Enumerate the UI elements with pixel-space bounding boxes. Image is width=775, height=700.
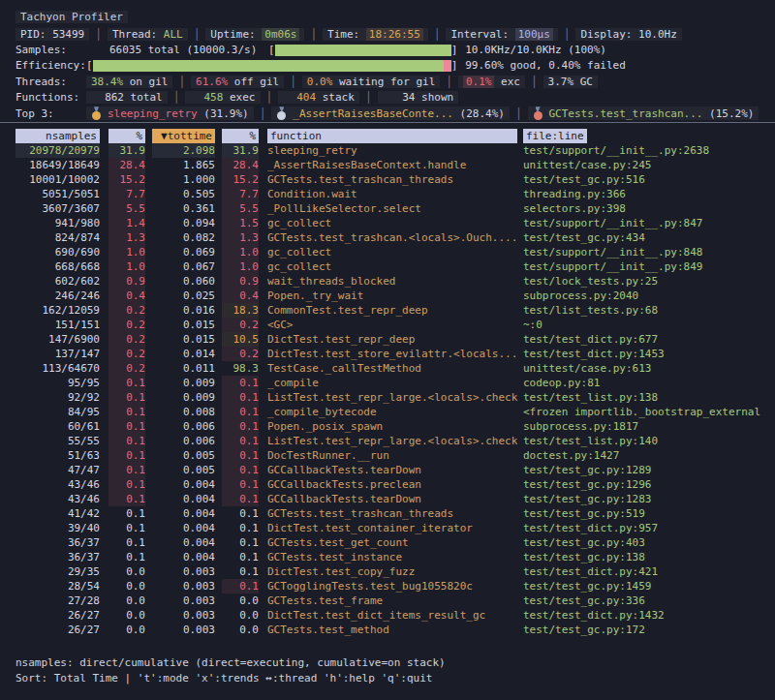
cell-pct-cumulative: 1.5 [222, 216, 259, 230]
cell-function: _compile_bytecode [267, 405, 517, 419]
table-row[interactable]: 43/460.10.0040.1GCCallbackTests.tearDown… [0, 492, 775, 506]
table-row[interactable]: 824/8741.30.0821.3GCTests.test_trashcan.… [0, 230, 775, 245]
samples-total: 66035 total (10000.3/s) [109, 44, 268, 56]
functions-line: Functions: 862 total│458 exec│404 stack│… [0, 90, 775, 106]
cell-tottime: 0.094 [152, 216, 215, 230]
cell-function: GCCallbackTests.preclean [267, 477, 517, 492]
table-row[interactable]: 26/270.00.0030.0GCTests.test_methodtest/… [0, 623, 775, 637]
column-header-function[interactable]: function [267, 129, 517, 143]
table-row[interactable]: 113/646700.20.01198.3TestCase._callTestM… [0, 361, 775, 376]
table-row[interactable]: 668/6681.00.0671.0gc_collecttest/support… [0, 259, 775, 274]
cell-nsamples: 27/28 [16, 593, 100, 608]
table-row[interactable]: 3607/36075.50.3615.5_PollLikeSelector.se… [0, 201, 775, 216]
gutter [0, 405, 16, 419]
table-row[interactable]: 47/470.10.0050.1GCCallbackTests.tearDown… [0, 463, 775, 477]
table-row[interactable]: 27/280.00.0030.0GCTests.test_frametest/t… [0, 593, 775, 608]
table-row[interactable]: 147/69000.20.01510.5DictTest.test_repr_d… [0, 332, 775, 347]
cell-function: DictTest.test_dict_items_result_gc [267, 608, 517, 623]
table-row[interactable]: 41/420.10.0040.1GCTests.test_trashcan_th… [0, 506, 775, 521]
column-header-nsamples[interactable]: nsamples [16, 129, 100, 143]
cell-file-line: codeop.py:81 [523, 376, 775, 390]
cell-file-line: unittest/case.py:245 [523, 158, 775, 172]
cell-nsamples: 60/61 [16, 419, 100, 434]
cell-pct-cumulative: 0.1 [222, 405, 259, 419]
cell-file-line: test/support/__init__.py:847 [523, 216, 775, 230]
thread-stat-value-segment: 38.4% on gil [86, 76, 172, 88]
samples-label: Samples: [16, 44, 86, 56]
threads-line: Threads: 38.4% on gil│61.6% off gil│0.0%… [0, 74, 775, 89]
functions-stats: 862 total│458 exec│404 stack│34 shown [86, 91, 458, 104]
column-header-pct-direct[interactable]: % [108, 129, 145, 143]
gutter [0, 289, 16, 303]
cell-file-line: test/test_dict.py:1432 [523, 608, 775, 623]
table-row[interactable]: 162/120590.20.01618.3CommonTest.test_rep… [0, 303, 775, 318]
cell-pct-direct: 28.4 [108, 158, 145, 172]
table-row[interactable]: 29/350.00.0030.1DictTest.test_copy_fuzzt… [0, 564, 775, 579]
cell-function: wait_threads_blocked [267, 274, 517, 289]
top3-percentage: (31.9%) [203, 107, 248, 120]
table-row[interactable]: 39/400.10.0040.1DictTest.test_container_… [0, 521, 775, 535]
samples-rate: 10.0KHz/10.0KHz (100%) [465, 44, 606, 56]
functions-label: Functions: [16, 91, 86, 104]
status-label: Thread: [112, 28, 164, 41]
cell-tottime: 2.098 [152, 143, 215, 158]
table-row[interactable]: 36/370.10.0040.1GCTests.test_get_countte… [0, 535, 775, 550]
column-header-pct-cumulative[interactable]: % [222, 129, 259, 143]
table-row[interactable]: 5051/50517.70.5057.7Condition.waitthread… [0, 187, 775, 201]
table-row[interactable]: 36/370.10.0040.1GCTests.test_instancetes… [0, 550, 775, 564]
cell-pct-cumulative: 15.2 [222, 172, 259, 187]
column-gap [215, 158, 222, 172]
column-gap [259, 492, 267, 506]
cell-nsamples: 137/147 [16, 347, 100, 361]
cell-pct-direct: 0.0 [108, 593, 145, 608]
table-row[interactable]: 84/950.10.0080.1_compile_bytecode<frozen… [0, 405, 775, 419]
column-gap [100, 187, 108, 201]
table-row[interactable]: 602/6020.90.0600.9wait_threads_blockedte… [0, 274, 775, 289]
efficiency-progress-bar [93, 60, 451, 72]
cell-pct-direct: 1.0 [108, 259, 145, 274]
status-segment: Time: 18:26:55 [323, 28, 428, 41]
table-row[interactable]: 92/920.10.0090.1ListTest.test_repr_large… [0, 390, 775, 405]
table-row[interactable]: 60/610.10.0060.1Popen._posix_spawnsubpro… [0, 419, 775, 434]
table-row[interactable]: 246/2460.40.0250.4Popen._try_waitsubproc… [0, 289, 775, 303]
cell-tottime: 0.009 [152, 376, 215, 390]
status-value: ALL [164, 28, 183, 41]
table-row[interactable]: 10001/1000215.21.00015.2GCTests.test_tra… [0, 172, 775, 187]
table-row[interactable]: 137/1470.20.0140.2DictTest.test_store_ev… [0, 347, 775, 361]
separator-pipe: │ [564, 28, 571, 41]
table-row[interactable]: 941/9801.40.0941.5gc_collecttest/support… [0, 216, 775, 230]
table-row[interactable]: 20978/2097931.92.09831.9sleeping_retryte… [0, 143, 775, 158]
column-gap [215, 216, 222, 230]
top3-line: Top 3: sleeping_retry (31.9%)│_AssertRai… [0, 106, 775, 121]
table-row[interactable]: 43/460.10.0040.1GCCallbackTests.preclean… [0, 477, 775, 492]
column-gap [145, 579, 152, 593]
column-gap [145, 506, 152, 521]
column-gap [100, 318, 108, 332]
table-row[interactable]: 28/540.00.0030.1GCTogglingTests.test_bug… [0, 579, 775, 593]
cell-tottime: 0.015 [152, 318, 215, 332]
column-gap [100, 129, 108, 143]
column-gap [145, 593, 152, 608]
table-row[interactable]: 95/950.10.0090.1_compilecodeop.py:81 [0, 376, 775, 390]
cell-function: DictTest.test_store_evilattr.<locals... [267, 347, 517, 361]
cell-file-line: test/test_dict.py:957 [523, 521, 775, 535]
cell-pct-cumulative: 0.1 [222, 535, 259, 550]
efficiency-failed-fill [444, 60, 451, 72]
cell-tottime: 0.003 [152, 593, 215, 608]
table-row[interactable]: 18649/1864928.41.86528.4_AssertRaisesBas… [0, 158, 775, 172]
table-row[interactable]: 55/550.10.0060.1ListTest.test_repr_large… [0, 434, 775, 448]
table-row[interactable]: 26/270.00.0030.0DictTest.test_dict_items… [0, 608, 775, 623]
table-row[interactable]: 151/1510.20.0150.2<GC>~:0 [0, 318, 775, 332]
table-row[interactable]: 51/630.10.0050.1DocTestRunner.__rundocte… [0, 448, 775, 463]
bracket-close: ] [451, 59, 458, 72]
status-segment: Uptime: 0m06s [205, 28, 304, 41]
column-header-tottime-sorted[interactable]: ▼tottime [152, 129, 215, 143]
status-label: Display: [580, 28, 638, 41]
status-info-line: PID: 53499│Thread: ALL│Uptime: 0m06s│Tim… [0, 26, 775, 42]
column-header-file-line[interactable]: file:line [523, 129, 775, 143]
cell-pct-direct: 0.2 [108, 318, 145, 332]
column-gap [215, 463, 222, 477]
column-gap [145, 361, 152, 376]
column-gap [100, 201, 108, 216]
table-row[interactable]: 690/6901.00.0691.0gc_collecttest/support… [0, 245, 775, 259]
